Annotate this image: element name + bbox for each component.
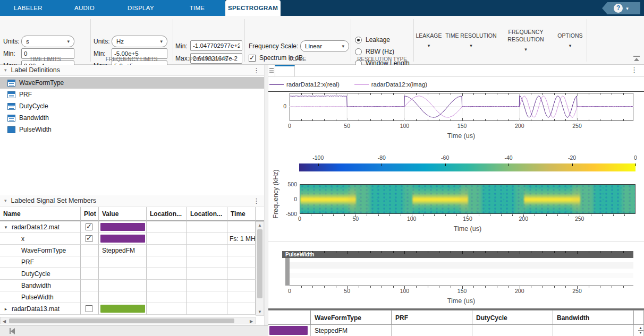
value-column-header-col0[interactable] [268, 310, 311, 325]
table-cell[interactable] [227, 245, 256, 256]
table-cell[interactable] [99, 221, 147, 233]
spectrogram-colorbar[interactable] [299, 163, 635, 171]
table-cell[interactable] [147, 233, 187, 245]
plot-checkbox[interactable] [86, 235, 92, 242]
expander-expanded-icon[interactable]: ▾ [2, 225, 10, 230]
table-cell[interactable] [187, 268, 227, 280]
column-header-name[interactable]: Name [0, 207, 81, 221]
table-cell[interactable]: Fs: 1 MHz [227, 233, 256, 245]
label-region-handle[interactable] [285, 258, 290, 286]
table-cell[interactable] [81, 268, 99, 280]
value-column-header-col5[interactable] [634, 310, 644, 325]
table-cell[interactable] [227, 303, 256, 315]
frequency-scale-dropdown[interactable]: Linear▾ [300, 40, 349, 52]
value-column-header-waveformtype[interactable]: WaveFormType [311, 310, 392, 325]
collapse-toolstrip-button[interactable] [633, 56, 640, 61]
table-cell[interactable] [147, 291, 187, 303]
value-column-header-bandwidth[interactable]: Bandwidth [553, 310, 634, 325]
table-cell[interactable] [147, 280, 187, 291]
scroll-right-icon[interactable]: ▶ [249, 319, 254, 324]
table-cell[interactable] [81, 291, 99, 303]
column-header-value[interactable]: Value [99, 207, 147, 221]
table-cell[interactable] [187, 245, 227, 256]
label-definition-prf[interactable]: PRF [0, 89, 264, 100]
value-table-cell[interactable] [268, 325, 311, 336]
tab-audio[interactable]: AUDIO [56, 0, 113, 16]
scroll-up-icon[interactable]: ▲ [256, 223, 264, 228]
collapse-caret-icon[interactable]: ▾ [4, 67, 7, 73]
label-strip-axes[interactable] [290, 258, 633, 286]
scrollbar-thumb[interactable] [257, 229, 262, 298]
tab-spectrogram[interactable]: SPECTROGRAM [225, 0, 281, 16]
table-cell[interactable] [187, 303, 227, 315]
table-cell[interactable] [187, 280, 227, 291]
table-cell[interactable] [227, 268, 256, 280]
value-table-cell[interactable] [553, 325, 634, 336]
table-cell[interactable] [227, 256, 256, 268]
options-dropdown-button[interactable]: OPTIONS▾ [554, 19, 587, 62]
table-cell[interactable] [99, 256, 147, 268]
label-definition-pulsewidth[interactable]: PulseWidth [0, 124, 264, 135]
label-definition-dutycycle[interactable]: DutyCycle [0, 100, 264, 112]
plot-checkbox[interactable] [86, 305, 92, 312]
kebab-menu-icon[interactable]: ⋮ [253, 197, 260, 205]
spin-down-icon[interactable]: ▼ [639, 331, 642, 334]
table-cell[interactable]: DutyCycle [0, 268, 81, 280]
signal-plot-tab[interactable] [275, 65, 295, 77]
value-column-header-dutycycle[interactable]: DutyCycle [472, 310, 553, 325]
help-button[interactable]: ? ▾ [602, 2, 640, 14]
scroll-left-icon[interactable]: ◀ [2, 319, 7, 324]
table-cell[interactable] [81, 303, 99, 315]
kebab-menu-icon[interactable]: ⋮ [631, 66, 638, 74]
table-cell[interactable] [147, 256, 187, 268]
spectrogram-axes[interactable] [300, 184, 635, 214]
time-waveform-plot[interactable] [290, 93, 633, 121]
leakage-dropdown-button[interactable]: LEAKAGE▾ [413, 19, 444, 62]
pulsewidth-label-band[interactable]: PulseWidth [282, 251, 633, 258]
table-cell[interactable]: PRF [0, 256, 81, 268]
table-cell[interactable] [81, 221, 99, 233]
column-header-plot[interactable]: Plot [81, 207, 99, 221]
table-cell[interactable] [227, 291, 256, 303]
table-cell[interactable] [227, 280, 256, 291]
plot-checkbox[interactable] [86, 223, 92, 230]
spin-up-icon[interactable]: ▲ [639, 326, 642, 330]
table-cell[interactable]: x [0, 233, 81, 245]
tab-labeler[interactable]: LABELER [0, 0, 56, 16]
members-vertical-scrollbar[interactable]: ▲ ▼ [256, 221, 264, 316]
column-header-location[interactable]: Location... [187, 207, 227, 221]
frequency-resolution-dropdown-button[interactable]: FREQUENCY RESOLUTION▾ [498, 19, 554, 62]
collapse-caret-icon[interactable]: ▾ [4, 198, 7, 203]
column-header-time[interactable]: Time [227, 207, 256, 221]
table-cell[interactable] [147, 245, 187, 256]
table-cell[interactable] [147, 221, 187, 233]
table-cell[interactable] [187, 291, 227, 303]
table-cell[interactable] [99, 233, 147, 245]
time-resolution-dropdown-button[interactable]: TIME RESOLUTION▾ [444, 19, 498, 62]
table-cell[interactable] [187, 221, 227, 233]
value-table-cell[interactable] [392, 325, 472, 336]
row-spinner[interactable]: ▲▼ [638, 326, 643, 334]
value-table-cell[interactable]: SteppedFM [311, 325, 392, 336]
table-cell[interactable] [99, 303, 147, 315]
go-to-start-icon[interactable] [10, 328, 15, 334]
table-cell[interactable] [187, 233, 227, 245]
panel-grip-icon[interactable] [269, 68, 274, 74]
radio-rbw-hz-[interactable]: RBW (Hz) [355, 48, 394, 55]
radio-leakage[interactable]: Leakage [355, 36, 390, 44]
label-definition-bandwidth[interactable]: Bandwidth [0, 112, 264, 124]
time-units-dropdown[interactable]: s▾ [21, 36, 74, 47]
column-header-location[interactable]: Location... [147, 207, 187, 221]
value-column-header-prf[interactable]: PRF [392, 310, 472, 325]
table-cell[interactable] [99, 268, 147, 280]
table-cell[interactable] [227, 221, 256, 233]
scroll-down-icon[interactable]: ▼ [256, 309, 264, 314]
expander-collapsed-icon[interactable]: ▸ [2, 306, 10, 312]
table-cell[interactable] [99, 291, 147, 303]
table-cell[interactable] [147, 268, 187, 280]
table-cell[interactable] [99, 280, 147, 291]
value-table-cell[interactable] [472, 325, 553, 336]
tab-time[interactable]: TIME [169, 0, 225, 16]
label-definition-waveformtype[interactable]: WaveFormType [0, 77, 264, 89]
table-cell[interactable]: ▸radarData13.mat [0, 303, 81, 315]
